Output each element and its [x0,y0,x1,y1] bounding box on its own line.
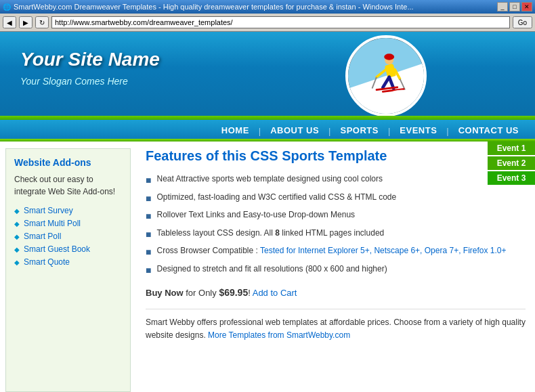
feature-text-6: Designed to stretch and fit all resoluti… [156,263,387,275]
nav-item-events[interactable]: EVENTS [390,121,446,140]
diamond-icon-1: ◆ [14,207,20,215]
sidebar-link-guestbook[interactable]: Smart Guest Book [24,244,90,254]
nav-sep-1: | [259,126,261,136]
event-button-1[interactable]: Event 1 [488,141,535,155]
list-item: ■ Cross Browser Compatible : Tested for … [146,245,526,259]
nav-item-contact[interactable]: CONTACT US [449,121,528,140]
diamond-icon-5: ◆ [14,259,20,266]
event-button-2[interactable]: Event 2 [488,156,535,170]
sidebar-link-multipoll[interactable]: Smart Multi Poll [24,219,81,228]
sidebar: Website Add-ons Check out our easy to in… [5,148,131,392]
title-text-area: 🌐 SmartWebby.com Dreamweaver Templates -… [3,3,414,11]
list-item: ◆ Smart Survey [14,206,122,215]
browser-favicon: 🌐 [3,3,11,11]
add-to-cart-link[interactable]: Add to Cart [253,288,297,298]
forward-button[interactable]: ▶ [19,16,33,28]
list-item: ■ Optimized, fast-loading and W3C certif… [146,192,526,206]
event-buttons: Event 1 Event 2 Event 3 [488,141,535,186]
list-item: ■ Designed to stretch and fit all resolu… [146,263,526,278]
sidebar-link-survey[interactable]: Smart Survey [24,206,73,215]
navigation-bar: HOME | ABOUT US | SPORTS | EVENTS | CONT… [0,120,535,141]
title-bar: 🌐 SmartWebby.com Dreamweaver Templates -… [0,0,535,14]
bullet-icon-5: ■ [146,246,151,259]
minimize-button[interactable]: _ [497,2,508,12]
features-list: ■ Neat Attractive sports web template de… [146,173,526,278]
list-item: ◆ Smart Quote [14,257,122,267]
price-label: $69.95 [219,287,248,298]
content-wrapper: Website Add-ons Check out our easy to in… [0,141,535,392]
browser-chrome: ◀ ▶ ↻ Go [0,14,535,32]
nav-sep-3: | [388,126,390,136]
cross-browser-link[interactable]: Tested for Internet Explorer 5+, Netscap… [260,246,507,255]
back-button[interactable]: ◀ [3,16,16,28]
bullet-icon-4: ■ [146,228,151,242]
bullet-icon-1: ■ [146,174,151,188]
list-item: ■ Tableless layout CSS design. All 8 lin… [146,227,526,242]
buy-suffix: for Only [184,288,219,298]
sidebar-links-list: ◆ Smart Survey ◆ Smart Multi Poll ◆ Smar… [14,206,122,267]
feature-text-2: Optimized, fast-loading and W3C certifie… [156,192,396,203]
buy-now-label: Buy Now [146,288,184,298]
refresh-button[interactable]: ↻ [35,16,49,28]
site-header: Your Site Name Your Slogan Comes Here [0,32,535,120]
feature-text-1: Neat Attractive sports web template desi… [156,173,383,185]
window-controls: _ □ ✕ [497,2,532,12]
sidebar-title: Website Add-ons [14,157,122,168]
features-title: Features of this CSS Sports Template [146,148,471,164]
description-section: Smart Webby offers professional web temp… [146,309,526,342]
diamond-icon-3: ◆ [14,233,20,240]
list-item: ■ Neat Attractive sports web template de… [146,173,526,188]
bullet-icon-3: ■ [146,210,151,223]
feature-text-4: Tableless layout CSS design. All 8 linke… [156,227,384,239]
svg-point-14 [391,90,414,97]
sidebar-description: Check out our easy to integrate Web Site… [14,173,122,198]
sidebar-link-poll[interactable]: Smart Poll [24,232,61,241]
website-container: Your Site Name Your Slogan Comes Here [0,32,535,392]
list-item: ◆ Smart Multi Poll [14,219,122,228]
list-item: ◆ Smart Guest Book [14,244,122,254]
sidebar-link-quote[interactable]: Smart Quote [24,257,70,267]
maximize-button[interactable]: □ [509,2,520,12]
buy-section: Buy Now for Only $69.95! Add to Cart [146,287,526,298]
nav-sep-2: | [328,126,330,136]
site-slogan: Your Slogan Comes Here [20,76,128,87]
bullet-icon-2: ■ [146,192,151,206]
event-button-3[interactable]: Event 3 [488,171,535,185]
diamond-icon-4: ◆ [14,246,20,253]
nav-item-home[interactable]: HOME [212,121,259,140]
nav-sep-4: | [446,126,448,136]
bullet-icon-6: ■ [146,264,151,278]
nav-item-sports[interactable]: SPORTS [330,121,387,140]
more-templates-link[interactable]: More Templates from SmartWebby.com [208,330,350,340]
go-button[interactable]: Go [513,16,532,28]
list-item: ■ Rollover Text Links and Easy-to-use Dr… [146,209,526,223]
header-image [345,35,427,116]
address-bar: ◀ ▶ ↻ Go [3,16,532,28]
close-button[interactable]: ✕ [521,2,532,12]
svg-point-13 [384,53,394,60]
feature-text-5: Cross Browser Compatible : Tested for In… [156,245,506,257]
site-name: Your Site Name [20,49,160,70]
nav-item-about[interactable]: ABOUT US [261,121,328,140]
url-input[interactable] [51,16,510,28]
diamond-icon-2: ◆ [14,220,20,227]
window-title: SmartWebby.com Dreamweaver Templates - H… [14,3,414,11]
feature-text-3: Rollover Text Links and Easy-to-use Drop… [156,209,355,221]
list-item: ◆ Smart Poll [14,232,122,241]
main-content: Event 1 Event 2 Event 3 Features of this… [136,141,535,392]
